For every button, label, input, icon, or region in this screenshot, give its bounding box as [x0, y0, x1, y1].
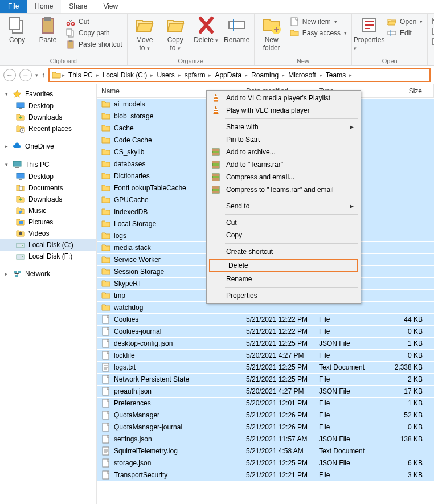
ctx-delete[interactable]: Delete	[209, 259, 358, 272]
sidebar-item[interactable]: Local Disk (F:)	[0, 251, 96, 262]
breadcrumb-segment[interactable]: Teams	[324, 71, 348, 79]
file-tab[interactable]: File	[0, 0, 27, 13]
sidebar-favorites[interactable]: ▾Favorites	[0, 88, 96, 100]
sidebar-item[interactable]: Documents	[0, 182, 96, 194]
new-folder-icon	[263, 16, 281, 34]
sidebar-item-recent[interactable]: Recent places	[0, 123, 96, 134]
table-row[interactable]: lockfile5/20/2021 4:27 PMFile0 KB	[97, 349, 434, 361]
nav-up-button[interactable]: ↑	[42, 71, 45, 79]
sidebar-item-desktop[interactable]: Desktop	[0, 100, 96, 112]
sidebar-item[interactable]: Desktop	[0, 171, 96, 182]
ctx-add-teams-rar[interactable]: Add to "Teams.rar"	[208, 158, 359, 171]
sidebar-item[interactable]: Music	[0, 205, 96, 216]
nav-history-dropdown[interactable]: ▾	[35, 72, 38, 78]
paste-button[interactable]: Paste	[35, 16, 60, 44]
folder-icon	[101, 183, 110, 192]
ctx-vlc-play[interactable]: Play with VLC media player	[208, 104, 359, 117]
sidebar-item[interactable]: Videos	[0, 228, 96, 239]
nav-forward-button[interactable]: →	[19, 69, 32, 81]
archive-icon	[211, 147, 220, 157]
ctx-pin-start[interactable]: Pin to Start	[208, 133, 359, 146]
properties-button[interactable]: Properties ▾	[357, 16, 382, 52]
ctx-send-to[interactable]: Send to	[208, 200, 359, 212]
file-icon	[101, 375, 110, 384]
breadcrumb[interactable]: ▸ This PC▸Local Disk (C:)▸Users▸spfarm▸A…	[48, 68, 431, 82]
table-row[interactable]: QuotaManager5/21/2021 12:26 PMFile52 KB	[97, 409, 434, 421]
table-row[interactable]: storage.json5/21/2021 12:25 PMJSON File6…	[97, 457, 434, 469]
rename-button[interactable]: Rename	[224, 16, 249, 44]
copy-to-button[interactable]: Copy to ▾	[163, 16, 188, 52]
ctx-rename[interactable]: Rename	[208, 273, 359, 285]
view-tab[interactable]: View	[95, 0, 126, 13]
breadcrumb-segment[interactable]: Roaming	[249, 71, 281, 79]
cut-button[interactable]: Cut	[66, 17, 122, 26]
easy-access-button[interactable]: Easy access ▾	[290, 28, 347, 38]
paste-shortcut-button[interactable]: Paste shortcut	[66, 40, 122, 49]
sidebar-item[interactable]: Local Disk (C:)	[0, 239, 96, 251]
move-to-button[interactable]: Move to ▾	[132, 16, 157, 52]
sidebar-item[interactable]: Pictures	[0, 216, 96, 228]
new-item-button[interactable]: New item ▾	[290, 17, 347, 26]
item-icon	[16, 218, 25, 227]
folder-icon	[101, 291, 110, 300]
breadcrumb-segment[interactable]: spfarm	[182, 71, 208, 79]
breadcrumb-segment[interactable]: Local Disk (C:)	[100, 71, 150, 79]
table-row[interactable]: Cookies5/21/2021 12:22 PMFile44 KB	[97, 313, 434, 325]
copy-path-button[interactable]: Copy path	[66, 28, 122, 38]
ctx-share-with[interactable]: Share with	[208, 121, 359, 133]
copy-to-icon	[166, 16, 185, 34]
ctx-properties[interactable]: Properties	[208, 289, 359, 302]
ctx-cut[interactable]: Cut	[208, 216, 359, 229]
table-row[interactable]: SquirrelTelemetry.log5/21/2021 4:58 AMTe…	[97, 445, 434, 457]
rename-icon	[228, 16, 246, 34]
breadcrumb-segment[interactable]: Microsoft	[286, 71, 318, 79]
ctx-compress-email[interactable]: Compress and email...	[208, 171, 359, 183]
table-row[interactable]: Preferences5/20/2021 12:01 PMFile1 KB	[97, 397, 434, 409]
nav-row: ← → ▾ ↑ ▸ This PC▸Local Disk (C:)▸Users▸…	[0, 66, 434, 84]
table-row[interactable]: settings.json5/21/2021 11:57 AMJSON File…	[97, 433, 434, 445]
home-tab[interactable]: Home	[27, 0, 61, 13]
open-icon	[387, 17, 396, 26]
open-button[interactable]: Open ▾	[387, 17, 423, 26]
sidebar-thispc[interactable]: ▾This PC	[0, 158, 96, 171]
recent-icon	[16, 124, 25, 133]
nav-back-button[interactable]: ←	[3, 69, 16, 81]
ctx-create-shortcut[interactable]: Create shortcut	[208, 245, 359, 258]
col-size[interactable]: Size	[378, 84, 434, 97]
item-icon	[16, 252, 25, 261]
sidebar-item-downloads[interactable]: Downloads	[0, 112, 96, 123]
folder-icon	[101, 171, 110, 181]
ctx-add-archive[interactable]: Add to archive...	[208, 146, 359, 158]
table-row[interactable]: QuotaManager-journal5/21/2021 12:26 PMFi…	[97, 421, 434, 433]
file-icon	[101, 399, 110, 408]
file-icon	[101, 315, 110, 324]
share-tab[interactable]: Share	[61, 0, 95, 13]
table-row[interactable]: desktop-config.json5/21/2021 12:25 PMJSO…	[97, 337, 434, 349]
breadcrumb-segment[interactable]: AppData	[212, 71, 244, 79]
sidebar-network[interactable]: ▸Network	[0, 268, 96, 280]
table-row[interactable]: preauth.json5/20/2021 4:27 PMJSON File17…	[97, 385, 434, 397]
breadcrumb-segment[interactable]: This PC	[66, 71, 95, 79]
edit-button[interactable]: Edit	[387, 28, 423, 38]
new-folder-button[interactable]: New folder	[259, 16, 284, 52]
file-icon	[101, 435, 110, 444]
easy-access-icon	[290, 28, 299, 38]
table-row[interactable]: logs.txt5/21/2021 12:25 PMText Document2…	[97, 361, 434, 373]
delete-button[interactable]: Delete ▾	[194, 16, 219, 44]
group-label: Open	[357, 56, 423, 64]
table-row[interactable]: TransportSecurity5/21/2021 12:21 PMFile3…	[97, 469, 434, 481]
item-icon	[16, 206, 25, 215]
folder-icon	[101, 267, 110, 276]
ctx-vlc-playlist[interactable]: Add to VLC media player's Playlist	[208, 92, 359, 104]
table-row[interactable]: Network Persistent State5/21/2021 12:25 …	[97, 373, 434, 385]
breadcrumb-segment[interactable]: Users	[154, 71, 177, 79]
sidebar-item[interactable]: Downloads	[0, 194, 96, 205]
ctx-compress-teams-email[interactable]: Compress to "Teams.rar" and email	[208, 183, 359, 196]
table-row[interactable]: Cookies-journal5/21/2021 12:22 PMFile0 K…	[97, 325, 434, 337]
ribbon-tabstrip: File Home Share View	[0, 0, 434, 14]
ctx-copy[interactable]: Copy	[208, 229, 359, 241]
sidebar-onedrive[interactable]: ▸OneDrive	[0, 140, 96, 153]
move-to-icon	[136, 16, 154, 34]
copy-button[interactable]: Copy	[5, 16, 30, 44]
file-icon	[101, 458, 110, 468]
